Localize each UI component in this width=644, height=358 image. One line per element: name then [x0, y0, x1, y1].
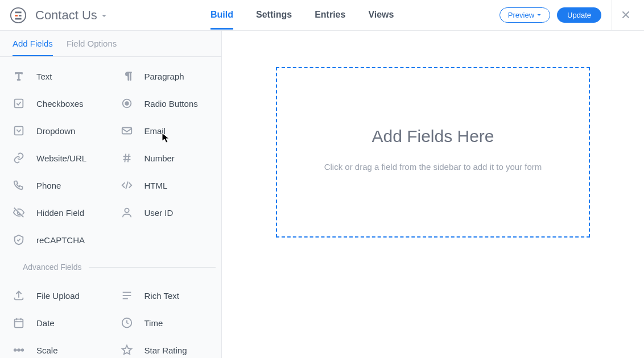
tab-field-options[interactable]: Field Options: [67, 39, 117, 56]
field-time[interactable]: Time: [112, 309, 220, 336]
field-rich-text[interactable]: Rich Text: [112, 282, 220, 309]
dropzone-title: Add Fields Here: [371, 127, 494, 146]
svg-point-15: [125, 209, 129, 213]
field-star-rating[interactable]: Star Rating: [112, 336, 220, 358]
field-date[interactable]: Date: [3, 309, 112, 336]
field-phone[interactable]: Phone: [3, 172, 112, 199]
paragraph-icon: [119, 69, 134, 84]
svg-line-12: [125, 154, 126, 163]
basic-fields: Text Paragraph Checkboxes Radio Buttons …: [0, 57, 221, 258]
sidebar-tabs: Add Fields Field Options: [0, 31, 221, 57]
rich-text-icon: [119, 288, 134, 303]
svg-point-7: [125, 102, 129, 105]
form-title-dropdown[interactable]: Contact Us: [35, 8, 108, 23]
field-text[interactable]: Text: [3, 63, 112, 90]
email-icon: [119, 123, 134, 138]
upload-icon: [11, 288, 26, 303]
advanced-fields-header: Advanced Fields: [0, 258, 221, 276]
user-icon: [119, 205, 134, 220]
field-url[interactable]: Website/URL: [3, 144, 112, 172]
caret-down-icon: [101, 8, 108, 23]
divider: [612, 0, 612, 31]
field-checkboxes[interactable]: Checkboxes: [3, 90, 112, 117]
star-icon: [119, 343, 134, 357]
field-hidden[interactable]: Hidden Field: [3, 199, 112, 226]
tab-add-fields[interactable]: Add Fields: [13, 39, 53, 56]
close-icon: [621, 10, 630, 19]
dropzone-hint: Click or drag a field from the sidebar t…: [324, 162, 542, 172]
nav-entries[interactable]: Entries: [315, 1, 345, 30]
sidebar: Add Fields Field Options Text Paragraph …: [0, 31, 222, 358]
svg-rect-8: [15, 127, 23, 135]
app-header: Contact Us Build Settings Entries Views …: [0, 0, 644, 31]
checkbox-icon: [11, 96, 26, 111]
hash-icon: [119, 151, 134, 165]
field-number[interactable]: Number: [112, 144, 220, 172]
scale-icon: [11, 343, 26, 357]
svg-rect-9: [122, 128, 131, 134]
link-icon: [11, 151, 26, 165]
main-nav: Build Settings Entries Views: [210, 1, 394, 30]
field-recaptcha[interactable]: reCAPTCHA: [3, 226, 112, 253]
html-icon: [119, 178, 134, 193]
update-button[interactable]: Update: [557, 7, 601, 23]
field-html[interactable]: HTML: [112, 172, 220, 199]
dropdown-icon: [11, 123, 26, 138]
caret-down-icon: [536, 13, 542, 18]
close-button[interactable]: [619, 8, 633, 23]
svg-rect-1: [15, 11, 21, 13]
field-email[interactable]: Email: [112, 117, 220, 144]
advanced-fields: File Upload Rich Text Date Time Scale St…: [0, 276, 221, 358]
time-icon: [119, 315, 134, 330]
radio-icon: [119, 96, 134, 111]
svg-line-13: [127, 154, 129, 163]
svg-rect-19: [15, 319, 23, 328]
hidden-icon: [11, 205, 26, 220]
nav-views[interactable]: Views: [368, 1, 394, 30]
svg-rect-4: [15, 18, 21, 19]
header-actions: Preview Update: [499, 0, 644, 31]
field-dropdown[interactable]: Dropdown: [3, 117, 112, 144]
field-file-upload[interactable]: File Upload: [3, 282, 112, 309]
date-icon: [11, 315, 26, 330]
field-scale[interactable]: Scale: [3, 336, 112, 358]
svg-line-14: [126, 182, 128, 189]
svg-rect-2: [15, 15, 18, 16]
svg-rect-5: [15, 99, 23, 108]
form-canvas: Add Fields Here Click or drag a field fr…: [222, 31, 644, 358]
recaptcha-icon: [11, 232, 26, 247]
field-paragraph[interactable]: Paragraph: [112, 63, 220, 90]
svg-point-0: [11, 7, 26, 22]
field-userid[interactable]: User ID: [112, 199, 220, 226]
app-logo: [9, 6, 27, 24]
field-radio[interactable]: Radio Buttons: [112, 90, 220, 117]
dropzone[interactable]: Add Fields Here Click or drag a field fr…: [276, 67, 590, 238]
phone-icon: [11, 178, 26, 193]
form-title-text: Contact Us: [35, 8, 97, 23]
text-icon: [11, 69, 26, 84]
nav-build[interactable]: Build: [210, 1, 233, 30]
preview-button[interactable]: Preview: [499, 7, 550, 23]
nav-settings[interactable]: Settings: [256, 1, 292, 30]
svg-rect-3: [19, 15, 22, 16]
